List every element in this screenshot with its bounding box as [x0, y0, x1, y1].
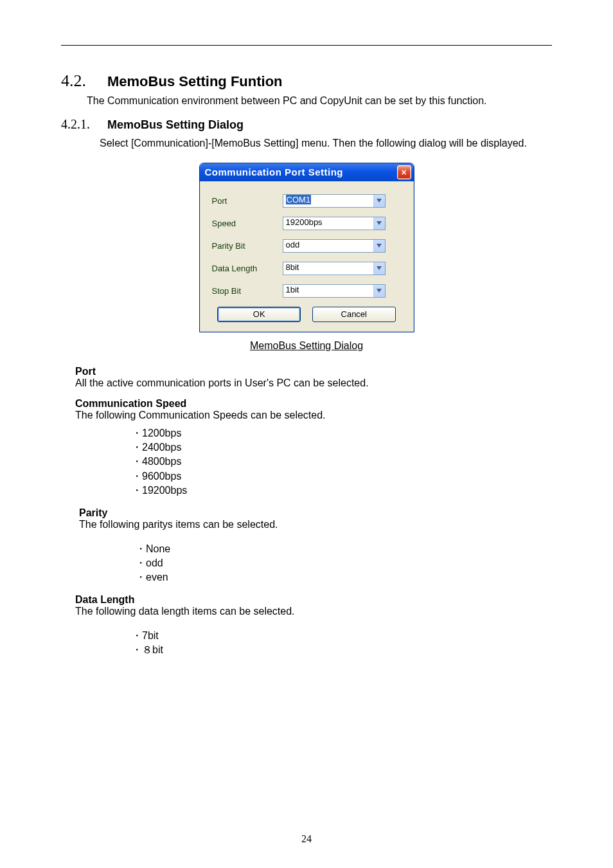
port-dropdown[interactable]: COM1 [283, 194, 386, 208]
chevron-down-icon [373, 195, 385, 207]
section-intro: The Communication environment between PC… [87, 94, 552, 108]
subsection-number: 4.2.1. [61, 117, 107, 132]
port-label: Port [212, 196, 283, 206]
section-number: 4.2. [61, 71, 107, 91]
close-icon: × [401, 167, 406, 177]
page-number: 24 [0, 833, 613, 845]
port-value: COM1 [286, 195, 312, 204]
chevron-down-icon [373, 217, 385, 230]
subsection-title: MemoBus Setting Dialog [107, 118, 244, 132]
datalen-value: 8bit [283, 262, 386, 275]
speed-desc: The following Communication Speeds can b… [75, 410, 552, 421]
speed-item: ・2400bps [132, 440, 552, 455]
speed-item: ・1200bps [132, 426, 552, 440]
subsection-intro: Select [Communication]-[MemoBus Setting]… [100, 136, 552, 150]
section-title: MemoBus Setting Funtion [107, 73, 283, 90]
cancel-label: Cancel [341, 309, 367, 319]
datalen-label: Data Length [212, 264, 283, 273]
speed-heading: Communication Speed [75, 398, 552, 410]
dialog-title: Communication Port Setting [205, 167, 344, 177]
parity-desc: The following paritys items can be selec… [79, 519, 552, 530]
close-button[interactable]: × [397, 165, 411, 179]
port-heading: Port [75, 366, 552, 377]
horizontal-rule [61, 45, 552, 46]
chevron-down-icon [373, 262, 385, 275]
speed-item: ・9600bps [132, 469, 552, 484]
parity-item: ・even [136, 570, 552, 584]
parity-heading: Parity [79, 507, 552, 519]
parity-item: ・None [136, 542, 552, 556]
datalen-item: ・7bit [132, 629, 552, 643]
ok-button[interactable]: OK [217, 307, 301, 322]
figure-caption: MemoBus Setting Dialog [61, 340, 552, 352]
stopbit-label: Stop Bit [212, 286, 283, 296]
parity-dropdown[interactable]: odd [283, 239, 386, 253]
stopbit-dropdown[interactable]: 1bit [283, 284, 386, 298]
datalen-heading: Data Length [75, 594, 552, 606]
port-desc: All the active communication ports in Us… [75, 377, 552, 389]
parity-value: odd [283, 239, 386, 253]
chevron-down-icon [373, 240, 385, 252]
datalen-dropdown[interactable]: 8bit [283, 262, 386, 275]
dialog-titlebar: Communication Port Setting × [200, 163, 414, 181]
stopbit-value: 1bit [283, 284, 386, 298]
speed-item: ・19200bps [132, 484, 552, 498]
dialog-body: Port COM1 Speed 19200bps Parity Bit [200, 181, 414, 332]
ok-label: OK [253, 309, 265, 319]
parity-label: Parity Bit [212, 241, 283, 251]
cancel-button[interactable]: Cancel [312, 307, 396, 322]
datalen-desc: The following data length items can be s… [75, 606, 552, 617]
speed-item: ・4800bps [132, 455, 552, 469]
comm-port-dialog: Communication Port Setting × Port COM1 S… [199, 163, 414, 332]
speed-dropdown[interactable]: 19200bps [283, 217, 386, 230]
speed-label: Speed [212, 219, 283, 228]
parity-item: ・odd [136, 556, 552, 570]
datalen-item: ・８bit [132, 643, 552, 657]
speed-value: 19200bps [283, 217, 386, 230]
chevron-down-icon [373, 285, 385, 297]
